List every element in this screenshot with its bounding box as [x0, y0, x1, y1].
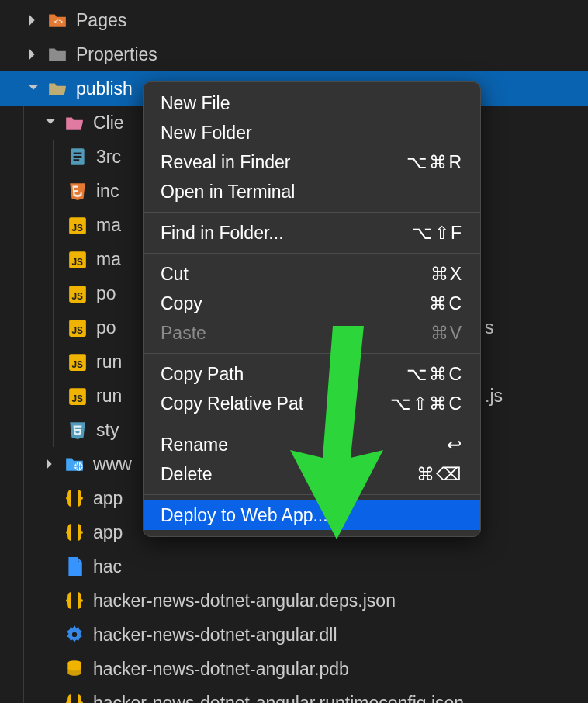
truncated-suffix: .js [485, 386, 503, 407]
tree-row[interactable]: hacker-news-dotnet-angular.deps.json [0, 584, 588, 618]
menu-shortcut: ⌘X [431, 264, 463, 285]
menu-label: Delete [161, 464, 417, 485]
menu-copy[interactable]: Copy ⌘C [144, 289, 480, 318]
json-icon [64, 590, 85, 611]
menu-label: Cut [161, 264, 431, 285]
menu-deploy-to-web-app[interactable]: Deploy to Web App... [144, 500, 480, 530]
tree-label: Properties [76, 44, 588, 65]
menu-separator [144, 212, 480, 213]
tree-row[interactable]: hacker-news-dotnet-angular.dll [0, 618, 588, 652]
menu-label: New Folder [161, 123, 463, 144]
menu-find-in-folder[interactable]: Find in Folder... ⌥⇧F [144, 218, 480, 248]
menu-shortcut: ⌥⇧F [412, 223, 463, 244]
folder-pages-icon [47, 9, 68, 31]
menu-separator [144, 424, 480, 424]
tree-label: hacker-news-dotnet-angular.deps.json [93, 590, 588, 611]
html-icon [67, 180, 88, 202]
menu-shortcut: ⌥⌘R [406, 152, 463, 173]
menu-new-folder[interactable]: New Folder [144, 118, 480, 147]
menu-new-file[interactable]: New File [144, 88, 480, 118]
menu-shortcut: ⌘⌫ [417, 464, 463, 485]
menu-label: Find in Folder... [161, 223, 412, 244]
menu-copy-path[interactable]: Copy Path ⌥⌘C [144, 359, 480, 389]
menu-label: Reveal in Finder [161, 152, 406, 173]
json-icon [64, 487, 85, 509]
context-menu: New File New Folder Reveal in Finder ⌥⌘R… [143, 81, 481, 537]
menu-shortcut: ⌥⇧⌘C [390, 393, 463, 414]
menu-cut[interactable]: Cut ⌘X [144, 259, 480, 289]
folder-open-pink-icon [64, 112, 85, 133]
menu-shortcut: ⌘V [431, 323, 463, 344]
tree-row[interactable]: Pages [0, 3, 588, 37]
menu-label: Paste [161, 323, 431, 344]
json-icon [64, 521, 85, 543]
chevron-down-icon [23, 78, 43, 99]
css-icon [67, 419, 88, 441]
menu-label: Deploy to Web App... [161, 505, 463, 526]
gear-icon [64, 624, 85, 646]
tree-label: hacker-news-dotnet-angular.dll [93, 625, 588, 646]
menu-open-terminal[interactable]: Open in Terminal [144, 177, 480, 206]
tree-row[interactable]: Properties [0, 37, 588, 71]
menu-separator [144, 353, 480, 354]
js-icon [67, 317, 88, 338]
js-icon [67, 351, 88, 372]
menu-delete[interactable]: Delete ⌘⌫ [144, 459, 480, 489]
tree-label: hacker-news-dotnet-angular.runtimeconfig… [93, 693, 588, 704]
folder-icon [47, 43, 68, 65]
menu-shortcut: ⌘C [429, 293, 463, 314]
folder-open-icon [47, 78, 68, 99]
menu-label: Open in Terminal [161, 182, 463, 203]
tree-label: Pages [76, 10, 588, 31]
tree-row[interactable]: hac [0, 549, 588, 584]
menu-label: Copy Relative Pat [161, 393, 390, 414]
menu-shortcut: ↩ [447, 435, 463, 455]
folder-www-icon [64, 453, 85, 475]
js-icon [67, 214, 88, 236]
tree-row[interactable]: hacker-news-dotnet-angular.pdb [0, 652, 588, 686]
menu-label: New File [161, 93, 463, 114]
text-file-icon [67, 146, 88, 168]
tree-label: hac [93, 556, 588, 577]
tree-row[interactable]: hacker-news-dotnet-angular.runtimeconfig… [0, 686, 588, 703]
menu-paste: Paste ⌘V [144, 318, 480, 348]
tree-label: hacker-news-dotnet-angular.pdb [93, 659, 588, 680]
chevron-down-icon [40, 113, 61, 133]
chevron-right-icon [23, 10, 43, 30]
chevron-right-icon [40, 454, 61, 474]
js-icon [67, 248, 88, 270]
menu-label: Rename [161, 435, 447, 455]
menu-label: Copy [161, 293, 429, 314]
menu-separator [144, 253, 480, 254]
database-icon [64, 658, 85, 680]
menu-shortcut: ⌥⌘C [406, 364, 463, 385]
menu-copy-relative-path[interactable]: Copy Relative Pat ⌥⇧⌘C [144, 389, 480, 418]
js-icon [67, 385, 88, 407]
menu-label: Copy Path [161, 364, 406, 385]
file-icon [64, 556, 85, 577]
json-icon [64, 692, 85, 703]
js-icon [67, 282, 88, 304]
truncated-suffix: s [485, 317, 494, 338]
menu-separator [144, 494, 480, 495]
chevron-right-icon [23, 44, 43, 64]
menu-reveal-finder[interactable]: Reveal in Finder ⌥⌘R [144, 147, 480, 177]
menu-rename[interactable]: Rename ↩ [144, 430, 480, 459]
